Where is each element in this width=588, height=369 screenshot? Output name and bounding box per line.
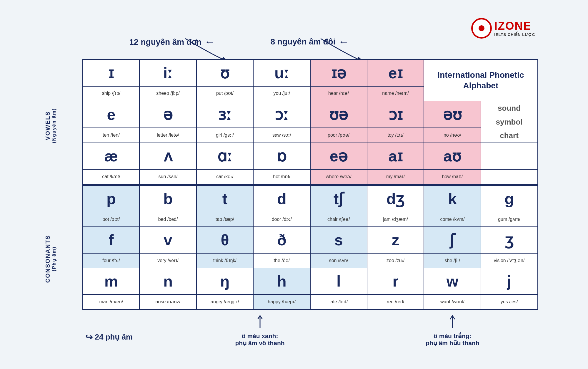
consonants-row1-examples: pot /pɒt/ bed /bed/ tap /tæp/ door /dɔː/… [83, 212, 538, 227]
vowel-ə-example: letter /letə/ [139, 128, 196, 143]
cons-tʃ-example: chair /tʃeə/ [310, 212, 367, 227]
cons-m-example: man /mæn/ [83, 294, 139, 309]
cons-ʒ-example: vision /ˈvɪʒ.ən/ [481, 253, 538, 268]
cons-ŋ-example: angry /æŋgrɪ/ [196, 294, 253, 309]
vowel-aʊ-symbol: aʊ [424, 143, 481, 169]
cons-p-example: pot /pɒt/ [83, 212, 139, 227]
cons-z-symbol: z [367, 227, 424, 253]
cons-ð-symbol: ð [253, 227, 310, 253]
vowels-row2-examples: ten /ten/ letter /letə/ girl /gɜːl/ saw … [83, 128, 538, 143]
cons-ʃ-symbol: ʃ [424, 227, 481, 253]
cons-d-example: door /dɔː/ [253, 212, 310, 227]
cons-θ-symbol: θ [196, 227, 253, 253]
consonants-row3-symbols: m n ŋ h l r w [83, 268, 538, 294]
vowel-ʊ-example: put /pʊt/ [196, 86, 253, 101]
cons-v-example: very /verɪ/ [139, 253, 196, 268]
cons-n-example: nose /nəʊz/ [139, 294, 196, 309]
cons-s-example: son /sʌn/ [310, 253, 367, 268]
cons-g-symbol: g [481, 186, 538, 212]
cons-v-symbol: v [139, 227, 196, 253]
cons-θ-example: think /θɪŋk/ [196, 253, 253, 268]
vowels-row3-symbols: æ ʌ ɑː ɒ eə aɪ aʊ [83, 143, 538, 169]
vowel-æ-example: cat /kæt/ [83, 169, 139, 184]
vowel-ə-symbol: ə [139, 101, 196, 128]
vowel-eə-example: where /weə/ [310, 169, 367, 184]
vowel-ɑː-symbol: ɑː [196, 143, 253, 169]
cons-b-example: bed /bed/ [139, 212, 196, 227]
vowel-ɔː-example: saw /sɔː/ [253, 128, 310, 143]
cons-g-example: gum /gʌm/ [481, 212, 538, 227]
vowels-row2-symbols: e ə ɜː ɔː ʊə ɔɪ əʊ [83, 101, 538, 128]
vowel-eə-symbol: eə [310, 143, 367, 169]
empty-cell [481, 143, 538, 169]
ipa-table: ɪ iː ʊ uː ɪə eɪ International Ph [82, 59, 538, 310]
vowel-æ-symbol: æ [83, 143, 139, 169]
sound-chart: sound symbol chart [481, 101, 538, 143]
empty-cell2 [481, 169, 538, 184]
cons-n-symbol: n [139, 268, 196, 294]
cons-tʃ-symbol: tʃ [310, 186, 367, 212]
vowel-ɔː-symbol: ɔː [253, 101, 310, 128]
vowel-ɪ-example: ship /ʃɪp/ [83, 86, 139, 101]
vowel-ɑː-example: car /kɑː/ [196, 169, 253, 184]
cons-t-symbol: t [196, 186, 253, 212]
cons-k-symbol: k [424, 186, 481, 212]
consonants-row2-examples: four /fɔː/ very /verɪ/ think /θɪŋk/ the … [83, 253, 538, 268]
vowel-əʊ-symbol: əʊ [424, 101, 481, 128]
cons-b-symbol: b [139, 186, 196, 212]
vowel-ʌ-example: sun /sʌn/ [139, 169, 196, 184]
vowel-ɪ-symbol: ɪ [83, 60, 139, 86]
vowel-ɔɪ-symbol: ɔɪ [367, 101, 424, 128]
vowel-ɪə-example: hear /hɪə/ [310, 86, 367, 101]
arrow-up-blue [254, 315, 266, 330]
cons-p-symbol: p [83, 186, 139, 212]
vowel-aɪ-symbol: aɪ [367, 143, 424, 169]
cons-j-symbol: j [481, 268, 538, 294]
vowels-row1-symbols: ɪ iː ʊ uː ɪə eɪ International Ph [83, 60, 538, 86]
vowel-ɜː-example: girl /gɜːl/ [196, 128, 253, 143]
cons-z-example: zoo /zuː/ [367, 253, 424, 268]
vowel-eɪ-example: name /neɪm/ [367, 86, 424, 101]
vowel-ɒ-example: hot /hɒt/ [253, 169, 310, 184]
vowels-side-label: VOWELS (Nguyên âm) [44, 59, 57, 192]
cons-m-symbol: m [83, 268, 139, 294]
cons-f-symbol: f [83, 227, 139, 253]
vowel-ʊə-symbol: ʊə [310, 101, 367, 128]
cons-s-symbol: s [310, 227, 367, 253]
consonants-row3-examples: man /mæn/ nose /nəʊz/ angry /æŋgrɪ/ happ… [83, 294, 538, 309]
consonants-side-label: CONSONANTS (Phụ âm) [44, 193, 57, 325]
ipa-title: International Phonetic Alphabet [424, 60, 538, 101]
cons-r-symbol: r [367, 268, 424, 294]
vowel-uː-example: you /juː/ [253, 86, 310, 101]
vowel-ɪə-symbol: ɪə [310, 60, 367, 86]
vowel-ʊ-symbol: ʊ [196, 60, 253, 86]
cons-l-symbol: l [310, 268, 367, 294]
cons-d-symbol: d [253, 186, 310, 212]
vowels-row3-examples: cat /kæt/ sun /sʌn/ car /kɑː/ hot /hɒt/ … [83, 169, 538, 184]
vowel-ʌ-symbol: ʌ [139, 143, 196, 169]
arrow-up-white [447, 315, 458, 330]
consonants-row2-symbols: f v θ ð s z ʃ [83, 227, 538, 253]
cons-ŋ-symbol: ŋ [196, 268, 253, 294]
cons-r-example: red /red/ [367, 294, 424, 309]
vowel-iː-symbol: iː [139, 60, 196, 86]
vowel-ɔɪ-example: toy /tɔɪ/ [367, 128, 424, 143]
cons-dʒ-symbol: dʒ [367, 186, 424, 212]
consonants-row1-symbols: p b t d tʃ dʒ k [83, 186, 538, 212]
annotation-consonants: ↪ 24 phụ âm [85, 332, 133, 342]
annotation-white-cells: ô màu trắng: phụ âm hữu thanh [426, 332, 479, 347]
vowel-ʊə-example: poor /pʊə/ [310, 128, 367, 143]
vowel-iː-example: sheep /ʃiːp/ [139, 86, 196, 101]
cons-ʃ-example: she /ʃiː/ [424, 253, 481, 268]
cons-ʒ-symbol: ʒ [481, 227, 538, 253]
cons-f-example: four /fɔː/ [83, 253, 139, 268]
cons-w-example: want /wɒnt/ [424, 294, 481, 309]
cons-j-example: yes /jes/ [481, 294, 538, 309]
vowel-aʊ-example: how /haʊ/ [424, 169, 481, 184]
vowel-ɜː-symbol: ɜː [196, 101, 253, 128]
vowel-uː-symbol: uː [253, 60, 310, 86]
vowel-ɒ-symbol: ɒ [253, 143, 310, 169]
vowel-eɪ-symbol: eɪ [367, 60, 424, 86]
cons-w-symbol: w [424, 268, 481, 294]
cons-dʒ-example: jam /dʒæm/ [367, 212, 424, 227]
